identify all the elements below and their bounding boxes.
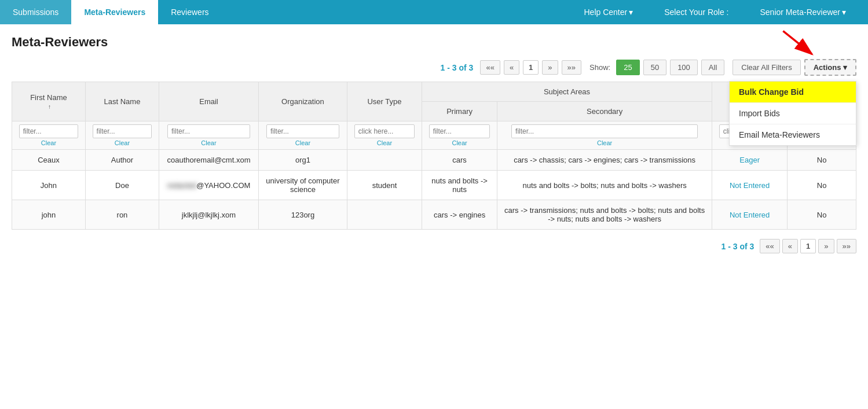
blurred-email-2: redacted xyxy=(167,181,197,190)
pagination-info: 1 - 3 of 3 xyxy=(441,63,474,72)
clear-email-filter[interactable]: Clear xyxy=(163,139,255,146)
cell-bid-3[interactable]: Not Entered xyxy=(712,200,788,230)
clear-secondary-filter[interactable]: Clear xyxy=(501,139,708,146)
cell-extra-2: No xyxy=(788,171,856,200)
col-first-name[interactable]: First Name ↑ xyxy=(12,82,86,121)
col-subject-primary: Primary xyxy=(422,102,497,121)
cell-org-2: university of computer science xyxy=(258,171,347,200)
show-25-button[interactable]: 25 xyxy=(616,60,639,75)
clear-firstname-filter[interactable]: Clear xyxy=(16,139,82,146)
cell-extra-1: No xyxy=(788,150,856,171)
show-100-button[interactable]: 100 xyxy=(670,60,698,75)
cell-lastname-2: Doe xyxy=(85,171,159,200)
cell-usertype-3 xyxy=(347,200,422,230)
clear-lastname-filter[interactable]: Clear xyxy=(89,139,155,146)
role-caret: ▾ xyxy=(842,8,846,17)
nav-tab-meta-reviewers[interactable]: Meta-Reviewers xyxy=(71,0,158,24)
cell-firstname-3: john xyxy=(12,200,86,230)
cell-primary-1: cars xyxy=(422,150,497,171)
cell-primary-2: nuts and bolts -> nuts xyxy=(422,171,497,200)
cell-secondary-1: cars -> chassis; cars -> engines; cars -… xyxy=(497,150,712,171)
dropdown-email-meta-reviewers[interactable]: Email Meta-Reviewers xyxy=(730,124,856,145)
cell-extra-3: No xyxy=(788,200,856,230)
page-content: Meta-Reviewers 1 - 3 of 3 «« « 1 » »» Sh… xyxy=(0,24,868,264)
col-email: Email xyxy=(159,82,259,121)
filter-cell-primary: Clear xyxy=(422,121,497,150)
controls-bar: 1 - 3 of 3 «« « 1 » »» Show: 25 50 100 A… xyxy=(12,59,856,76)
table-row: John Doe redacted@YAHOO.COM university o… xyxy=(12,171,856,200)
cell-firstname-2: John xyxy=(12,171,86,200)
filter-cell-lastname: Clear xyxy=(85,121,159,150)
filter-org[interactable] xyxy=(266,124,339,138)
col-organization: Organization xyxy=(258,82,347,121)
bottom-first-page-button[interactable]: «« xyxy=(760,239,779,253)
top-navigation: Submissions Meta-Reviewers Reviewers Hel… xyxy=(0,0,868,24)
bid-link-2[interactable]: Not Entered xyxy=(730,181,770,190)
col-last-name: Last Name xyxy=(85,82,159,121)
bid-link-1[interactable]: Eager xyxy=(739,156,760,164)
role-selector[interactable]: Senior Meta-Reviewer ▾ xyxy=(748,8,859,17)
filter-cell-firstname: Clear xyxy=(12,121,86,150)
cell-email-2-suffix: @YAHOO.COM xyxy=(196,181,250,190)
table-row: Ceaux Author coauthoremail@cmt.xom org1 … xyxy=(12,150,856,171)
filter-cell-usertype: Clear xyxy=(347,121,422,150)
filter-primary[interactable] xyxy=(429,124,490,138)
cell-email-1: coauthoremail@cmt.xom xyxy=(159,150,259,171)
actions-container: Actions ▾ Bulk Change Bid Import Bids Em… xyxy=(804,59,856,76)
first-name-sort-icon: ↑ xyxy=(48,104,51,110)
current-page-button[interactable]: 1 xyxy=(523,60,539,75)
actions-dropdown-menu: Bulk Change Bid Import Bids Email Meta-R… xyxy=(729,81,856,146)
cell-primary-3: cars -> engines xyxy=(422,200,497,230)
bottom-pagination: 1 - 3 of 3 «« « 1 » »» xyxy=(12,239,856,253)
cell-email-3: jklkjlj@lkjlkj.xom xyxy=(159,200,259,230)
filter-cell-org: Clear xyxy=(258,121,347,150)
bottom-next-page-button[interactable]: » xyxy=(818,239,834,253)
clear-filters-button[interactable]: Clear All Filters xyxy=(733,60,800,75)
show-all-button[interactable]: All xyxy=(701,60,724,75)
cell-usertype-1 xyxy=(347,150,422,171)
page-title: Meta-Reviewers xyxy=(12,35,856,50)
filter-lastname[interactable] xyxy=(93,124,152,138)
help-center-menu[interactable]: Help Center ▾ xyxy=(572,8,646,17)
first-page-button[interactable]: «« xyxy=(480,60,500,75)
col-subject-areas: Subject Areas xyxy=(422,82,712,102)
nav-right: Help Center ▾ Select Your Role : Senior … xyxy=(572,0,869,24)
nav-tab-submissions[interactable]: Submissions xyxy=(0,0,71,24)
filter-secondary[interactable] xyxy=(511,124,698,138)
col-user-type: User Type xyxy=(347,82,422,121)
prev-page-button[interactable]: « xyxy=(504,60,519,75)
cell-usertype-2: student xyxy=(347,171,422,200)
filter-cell-email: Clear xyxy=(159,121,259,150)
filter-firstname[interactable] xyxy=(19,124,78,138)
dropdown-import-bids[interactable]: Import Bids xyxy=(730,103,856,124)
filter-usertype[interactable] xyxy=(354,124,415,138)
cell-org-1: org1 xyxy=(258,150,347,171)
bid-link-3[interactable]: Not Entered xyxy=(730,211,770,219)
next-page-button[interactable]: » xyxy=(542,60,558,75)
cell-bid-1[interactable]: Eager xyxy=(712,150,788,171)
bottom-pagination-info: 1 - 3 of 3 xyxy=(721,242,755,251)
dropdown-bulk-change-bid[interactable]: Bulk Change Bid xyxy=(730,82,856,103)
bottom-last-page-button[interactable]: »» xyxy=(837,239,856,253)
nav-tab-reviewers[interactable]: Reviewers xyxy=(158,0,221,24)
bottom-current-page-button[interactable]: 1 xyxy=(800,239,816,253)
bottom-prev-page-button[interactable]: « xyxy=(782,239,798,253)
clear-usertype-filter[interactable]: Clear xyxy=(351,139,418,146)
cell-org-3: 123org xyxy=(258,200,347,230)
cell-lastname-1: Author xyxy=(85,150,159,171)
filter-email[interactable] xyxy=(167,124,250,138)
cell-bid-2[interactable]: Not Entered xyxy=(712,171,788,200)
cell-secondary-3: cars -> transmissions; nuts and bolts ->… xyxy=(497,200,712,230)
clear-primary-filter[interactable]: Clear xyxy=(426,139,493,146)
clear-org-filter[interactable]: Clear xyxy=(262,139,343,146)
help-center-caret: ▾ xyxy=(629,8,633,17)
show-50-button[interactable]: 50 xyxy=(643,60,666,75)
cell-firstname-1: Ceaux xyxy=(12,150,86,171)
last-page-button[interactable]: »» xyxy=(562,60,581,75)
cell-lastname-3: ron xyxy=(85,200,159,230)
table-row: john ron jklkjlj@lkjlkj.xom 123org cars … xyxy=(12,200,856,230)
select-role-label: Select Your Role : xyxy=(651,8,741,17)
show-label: Show: xyxy=(589,63,610,72)
cell-secondary-2: nuts and bolts -> bolts; nuts and bolts … xyxy=(497,171,712,200)
actions-button[interactable]: Actions ▾ xyxy=(804,59,856,76)
